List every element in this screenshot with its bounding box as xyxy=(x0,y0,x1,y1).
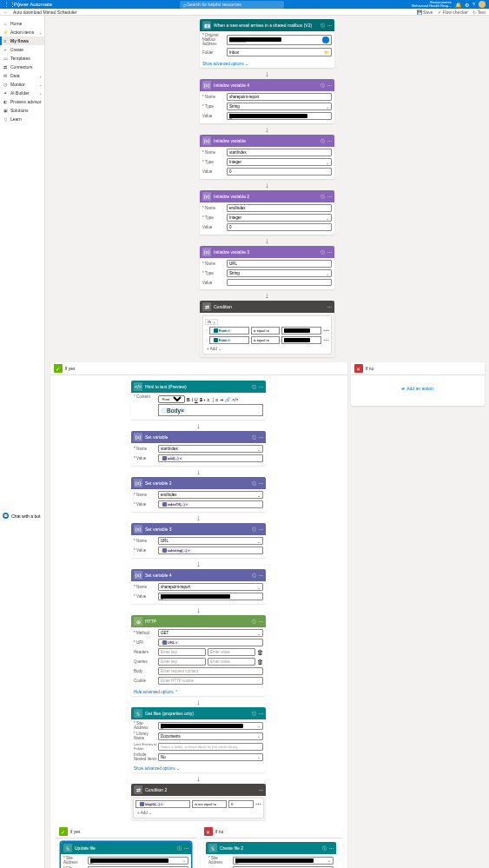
test-button[interactable]: ▷ Test xyxy=(473,10,486,15)
delete-icon[interactable]: 🗑 xyxy=(257,659,263,665)
cond-op[interactable]: is not equal to xyxy=(192,800,227,808)
font-select[interactable]: Font xyxy=(158,395,185,403)
chatbot-button[interactable]: 💬 Chat with a bot xyxy=(0,511,43,520)
advanced-link[interactable]: Show advanced options ⌄ xyxy=(200,60,334,68)
save-button[interactable]: 💾 Save xyxy=(417,10,433,15)
sidebar-item-connectors[interactable]: ⇄Connectors xyxy=(0,63,44,71)
sidebar-item-process-advisor[interactable]: ◐Process advisor xyxy=(0,97,44,106)
menu-icon[interactable]: ⋯ xyxy=(259,573,263,578)
cond-right[interactable]: █ xyxy=(281,336,321,344)
underline-icon[interactable]: U xyxy=(195,397,198,402)
init-variable-3-card[interactable]: {x}Initialize variable 3ⓘ⋯ * NameURL * T… xyxy=(200,246,334,289)
name-field[interactable]: sharepoint-report xyxy=(158,583,263,591)
cond-left[interactable]: length(...) × xyxy=(135,800,190,808)
waffle-icon[interactable]: ⋮⋮⋮ xyxy=(3,1,12,8)
search-input[interactable] xyxy=(187,2,281,7)
code-icon[interactable]: </> xyxy=(232,397,238,402)
andor-selector[interactable]: Or ⌄ xyxy=(205,319,218,325)
name-field[interactable]: URL xyxy=(227,260,332,268)
share-icon[interactable]: ⓘ xyxy=(320,194,325,199)
update-file-card[interactable]: 𝕊Update fileⓘ⋯ * Site Address█ * File Id… xyxy=(61,842,191,868)
limit-field[interactable]: Select a folder, or leave blank for the … xyxy=(158,743,263,751)
help-icon[interactable]: ? xyxy=(472,2,475,7)
add-row-button[interactable]: + Add ⌄ xyxy=(205,346,329,352)
back-button[interactable]: ← xyxy=(3,10,8,15)
numlist-icon[interactable]: ⋮≡ xyxy=(211,397,218,402)
search-box[interactable]: ⌕ xyxy=(180,1,284,9)
menu-icon[interactable]: ⋯ xyxy=(184,845,188,851)
value-field[interactable]: substring(...) × xyxy=(158,547,263,554)
site-field[interactable]: █ xyxy=(158,722,263,730)
share-icon[interactable]: ⓘ xyxy=(252,384,256,389)
set-variable-4-card[interactable]: {x}Set variable 4ⓘ⋯ * Namesharepoint-rep… xyxy=(131,569,266,604)
get-files-card[interactable]: 𝕊Get files (properties only)ⓘ⋯ * Site Ad… xyxy=(131,707,266,772)
bold-icon[interactable]: B xyxy=(187,397,190,402)
queries-key[interactable]: Enter key xyxy=(158,658,206,666)
set-variable-card[interactable]: {x}Set variableⓘ⋯ * NamestartIndex * Val… xyxy=(131,431,266,466)
rte-body[interactable]: Body × xyxy=(158,404,263,416)
sidebar-item-action-items[interactable]: ⚡Action items⌄ xyxy=(0,28,44,36)
menu-icon[interactable]: ⋯ xyxy=(259,527,263,532)
add-row-button[interactable]: + Add ⌄ xyxy=(135,810,261,816)
menu-icon[interactable]: ⋯ xyxy=(259,619,263,624)
share-icon[interactable]: ⓘ xyxy=(252,573,256,578)
type-field[interactable]: Integer xyxy=(227,158,332,166)
init-variable-card[interactable]: {x}Initialize variableⓘ⋯ * NamestartInde… xyxy=(200,135,334,179)
set-variable-3-card[interactable]: {x}Set variable 3ⓘ⋯ * NameURL * Valuesub… xyxy=(131,523,266,558)
share-icon[interactable]: ⓘ xyxy=(252,527,256,532)
menu-icon[interactable]: ⋯ xyxy=(323,328,329,335)
set-variable-2-card[interactable]: {x}Set variable 2ⓘ⋯ * NameendIndex * Val… xyxy=(131,477,266,512)
highlight-icon[interactable]: ▪ xyxy=(204,397,206,402)
advanced-link[interactable]: Show advanced options ⌄ xyxy=(131,765,266,772)
menu-icon[interactable]: ⋯ xyxy=(327,304,332,309)
value-field[interactable]: 0 xyxy=(227,223,332,231)
environment-picker[interactable]: Environments Behavioral Health Resp... xyxy=(412,1,451,8)
sidebar-item-templates[interactable]: ▭Templates xyxy=(0,54,44,63)
nested-field[interactable]: No xyxy=(158,753,263,761)
init-variable-4-card[interactable]: {x}Initialize variable 4ⓘ⋯ * Namesharepo… xyxy=(200,79,334,123)
indent-icon[interactable]: ⇥ xyxy=(220,397,223,402)
value-field[interactable] xyxy=(227,279,332,286)
sidebar-item-learn[interactable]: ▯Learn xyxy=(0,115,44,123)
value-field[interactable]: █ xyxy=(158,593,263,600)
grip-icon[interactable]: ⋮⋮ xyxy=(205,338,208,342)
share-icon[interactable]: ⓘ xyxy=(320,138,325,143)
share-icon[interactable]: ⓘ xyxy=(252,711,256,716)
cond-op[interactable]: is equal to xyxy=(251,327,281,335)
value-field[interactable]: █ xyxy=(227,112,332,120)
menu-icon[interactable]: ⋯ xyxy=(329,845,334,851)
menu-icon[interactable]: ⋯ xyxy=(327,23,332,28)
cond-right[interactable]: 0 xyxy=(228,800,254,808)
name-field[interactable]: startIndex xyxy=(158,445,263,453)
menu-icon[interactable]: ⋯ xyxy=(327,83,332,88)
method-field[interactable]: GET xyxy=(158,629,263,637)
sidebar-item-monitor[interactable]: ◷Monitor⌄ xyxy=(0,80,44,89)
headers-key[interactable]: Enter key xyxy=(158,648,206,656)
queries-val[interactable]: Enter value xyxy=(208,658,255,666)
menu-icon[interactable]: ⋯ xyxy=(259,384,263,389)
menu-icon[interactable]: ⋯ xyxy=(259,434,263,440)
name-field[interactable]: endIndex xyxy=(158,491,263,499)
settings-icon[interactable]: ⚙ xyxy=(465,2,469,8)
notifications-icon[interactable]: 🔔 xyxy=(455,2,461,8)
menu-icon[interactable]: ⋯ xyxy=(327,194,332,199)
flow-name[interactable]: Auto download Mimed Scheduler xyxy=(13,10,412,15)
name-field[interactable]: sharepoint-report xyxy=(227,93,332,101)
type-field[interactable]: String xyxy=(227,269,332,277)
name-field[interactable]: endIndex xyxy=(227,204,332,212)
http-card[interactable]: ⊕HTTPⓘ⋯ * MethodGET * URIURL × HeadersEn… xyxy=(131,615,266,696)
share-icon[interactable]: ⓘ xyxy=(320,23,325,28)
cookie-field[interactable]: Enter HTTP cookie xyxy=(158,677,263,685)
value-field[interactable]: add(...) × xyxy=(158,454,263,462)
folder-picker-icon[interactable]: 📁 xyxy=(324,50,329,55)
uri-field[interactable]: URL × xyxy=(158,639,263,646)
menu-icon[interactable]: ⋯ xyxy=(259,787,263,792)
site-field[interactable]: █ xyxy=(88,857,188,865)
menu-icon[interactable]: ⋯ xyxy=(259,711,263,716)
delete-icon[interactable]: 🗑 xyxy=(257,649,263,655)
sidebar-item-my-flows[interactable]: ≡My flows xyxy=(0,36,44,45)
sidebar-item-ai-builder[interactable]: ✦AI Builder⌄ xyxy=(0,89,44,97)
site-field[interactable]: █ xyxy=(233,857,334,865)
menu-icon[interactable]: ⋯ xyxy=(255,801,261,808)
grip-icon[interactable]: ⋮⋮ xyxy=(205,328,208,333)
